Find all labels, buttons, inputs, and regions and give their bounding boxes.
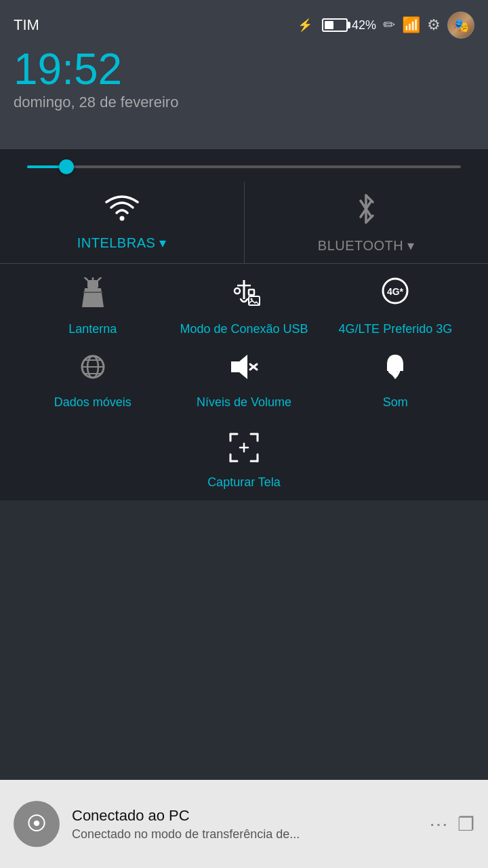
toggle-dados[interactable]: Dados móveis [20,351,165,410]
toggle-som[interactable]: Som [323,351,468,410]
notification-usb-icon: ⦿ [26,812,47,835]
carrier-label: TIM [14,16,39,34]
svg-rect-6 [87,280,98,288]
volume-icon [227,351,261,388]
notification-action-copy[interactable]: ⋯ [429,813,448,835]
charging-icon: ⚡ [298,18,312,33]
status-bar: TIM ⚡ 42% ✏ 📶 ⚙ 🎭 19:52 domingo, 28 de f… [0,0,488,149]
battery-fill [325,21,333,29]
toggle-volume[interactable]: Níveis de Volume [171,351,316,410]
notification-panel: INTELBRAS ▾ Bluetooth ▾ [0,149,488,500]
avatar[interactable]: 🎭 [447,12,474,39]
bluetooth-label-row: Bluetooth ▾ [318,237,415,254]
som-icon [380,351,410,388]
notification-action-expand[interactable]: ❐ [458,813,474,835]
svg-text:4G*: 4G* [387,286,404,297]
settings-icon: ⚙ [427,16,441,34]
usb-icon [227,277,261,315]
svg-marker-7 [82,288,104,307]
bluetooth-dropdown-arrow[interactable]: ▾ [407,237,415,254]
svg-line-9 [85,277,87,280]
4g-icon: 4G* [377,277,413,315]
quick-tiles-row: INTELBRAS ▾ Bluetooth ▾ [0,182,488,264]
notification-text: Conectado ao PC Conectado no modo de tra… [72,807,417,842]
usb-label: Modo de Conexão USB [180,321,308,337]
capture-row[interactable]: Capturar Tela [0,418,488,500]
svg-line-11 [98,277,101,280]
wifi-label: INTELBRAS [77,235,156,251]
svg-point-14 [235,288,240,294]
bluetooth-icon [354,193,378,231]
svg-point-29 [393,373,398,378]
notification-title: Conectado ao PC [72,807,417,825]
brightness-row [0,149,488,182]
svg-rect-15 [249,290,254,295]
4g-label: 4G/LTE Preferido 3G [338,321,452,337]
som-label: Som [383,395,408,410]
toggle-4g[interactable]: 4G* 4G/LTE Preferido 3G [323,277,468,337]
lanterna-label: Lanterna [68,321,117,337]
battery-percent: 42% [352,18,376,33]
signal-bars-icon: 📶 [402,16,420,34]
status-icons: ⚡ 42% ✏ 📶 ⚙ 🎭 [298,12,474,39]
bluetooth-label: Bluetooth [318,238,403,254]
notification-actions: ⋯ ❐ [429,813,474,835]
dados-icon [78,351,108,388]
capture-label: Capturar Tela [207,475,281,490]
wifi-dropdown-arrow[interactable]: ▾ [159,235,167,251]
time-display: 19:52 [14,47,474,91]
battery-icon [322,18,348,32]
toggle-usb[interactable]: Modo de Conexão USB [171,277,316,337]
brightness-slider-track[interactable] [27,165,461,168]
toggle-lanterna[interactable]: Lanterna [20,277,165,337]
battery-container: 42% [322,18,376,33]
brightness-thumb[interactable] [59,159,74,174]
notification-usb-icon-circle: ⦿ [14,801,60,847]
notification-subtitle: Conectado no modo de transferência de... [72,827,417,842]
wifi-icon [104,193,140,228]
notification-card[interactable]: ⦿ Conectado ao PC Conectado no modo de t… [0,780,488,868]
bluetooth-tile[interactable]: Bluetooth ▾ [245,182,489,264]
wifi-tile[interactable]: INTELBRAS ▾ [0,182,244,264]
quick-toggles-grid: Lanterna Modo de Conexão USB [0,264,488,418]
wifi-label-row: INTELBRAS ▾ [77,235,167,251]
lanterna-icon [78,277,108,315]
edit-icon: ✏ [383,16,395,34]
svg-point-0 [119,216,124,221]
date-display: domingo, 28 de fevereiro [14,94,474,111]
capture-icon [228,431,260,469]
dados-label: Dados móveis [54,395,131,410]
volume-label: Níveis de Volume [197,395,291,410]
svg-marker-25 [231,355,247,379]
